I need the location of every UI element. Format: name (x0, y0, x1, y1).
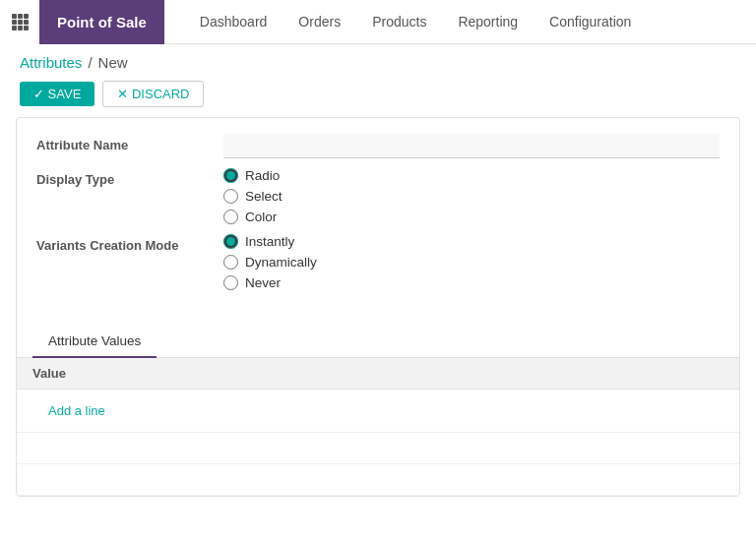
display-type-select-input[interactable] (223, 189, 238, 204)
display-type-color-input[interactable] (223, 210, 238, 224)
add-line-cell: Add a line (17, 390, 739, 433)
breadcrumb-separator: / (88, 54, 92, 71)
display-type-radio-group: Radio Select Color (223, 168, 720, 224)
action-bar: ✓ SAVE ✕ DISCARD (0, 77, 756, 117)
variants-instantly-radio[interactable]: Instantly (223, 234, 720, 249)
svg-rect-2 (24, 14, 29, 19)
app-logo[interactable]: Point of Sale (39, 0, 164, 44)
variants-dynamically-radio[interactable]: Dynamically (223, 255, 720, 270)
tab-bar: Attribute Values (17, 326, 739, 358)
attribute-values-table: Value Add a line (17, 358, 739, 496)
app-grid-icon[interactable] (0, 0, 39, 44)
empty-row-1 (17, 433, 739, 464)
breadcrumb-parent[interactable]: Attributes (20, 54, 82, 71)
variants-dynamically-input[interactable] (223, 255, 238, 270)
nav-orders[interactable]: Orders (283, 0, 356, 44)
display-type-label: Display Type (36, 168, 223, 187)
top-nav: Point of Sale Dashboard Orders Products … (0, 0, 756, 44)
svg-rect-0 (12, 14, 17, 19)
breadcrumb: Attributes / New (0, 44, 756, 77)
variants-dynamically-label: Dynamically (245, 255, 317, 270)
variants-mode-radio-group: Instantly Dynamically Never (223, 234, 720, 290)
attribute-name-label: Attribute Name (36, 134, 223, 152)
add-line-link[interactable]: Add a line (32, 397, 121, 424)
svg-rect-6 (12, 26, 17, 30)
tab-attribute-values[interactable]: Attribute Values (32, 326, 157, 358)
svg-rect-5 (24, 20, 29, 25)
variants-instantly-label: Instantly (245, 234, 294, 249)
display-type-field: Radio Select Color (223, 168, 720, 224)
breadcrumb-current: New (98, 54, 128, 71)
main-form: Attribute Name Display Type Radio Select (16, 117, 740, 497)
nav-dashboard[interactable]: Dashboard (184, 0, 284, 44)
svg-rect-3 (12, 20, 17, 25)
attribute-name-row: Attribute Name (36, 134, 720, 158)
svg-rect-8 (24, 26, 29, 30)
svg-rect-1 (18, 14, 23, 19)
svg-rect-7 (18, 26, 23, 30)
svg-rect-4 (18, 20, 23, 25)
add-line-row: Add a line (17, 390, 739, 433)
table-header-value: Value (17, 358, 739, 390)
attribute-name-input[interactable] (223, 134, 720, 158)
display-type-color-label: Color (245, 210, 277, 224)
table-header-row: Value (17, 358, 739, 390)
variants-mode-row: Variants Creation Mode Instantly Dynamic… (36, 234, 720, 290)
form-section: Attribute Name Display Type Radio Select (17, 118, 739, 316)
empty-row-2 (17, 464, 739, 496)
save-button[interactable]: ✓ SAVE (20, 82, 94, 106)
display-type-radio-input[interactable] (223, 168, 238, 183)
variants-instantly-input[interactable] (223, 234, 238, 249)
display-type-select-radio[interactable]: Select (223, 189, 720, 204)
nav-reporting[interactable]: Reporting (442, 0, 534, 44)
variants-never-radio[interactable]: Never (223, 275, 720, 290)
discard-button[interactable]: ✕ DISCARD (102, 81, 204, 107)
variants-never-label: Never (245, 275, 281, 290)
variants-mode-label: Variants Creation Mode (36, 234, 223, 253)
display-type-color-radio[interactable]: Color (223, 210, 720, 224)
display-type-select-label: Select (245, 189, 283, 204)
display-type-radio-label: Radio (245, 168, 280, 183)
nav-products[interactable]: Products (356, 0, 442, 44)
display-type-radio-radio[interactable]: Radio (223, 168, 720, 183)
nav-configuration[interactable]: Configuration (534, 0, 647, 44)
variants-never-input[interactable] (223, 275, 238, 290)
nav-links: Dashboard Orders Products Reporting Conf… (184, 0, 648, 44)
variants-mode-field: Instantly Dynamically Never (223, 234, 720, 290)
attribute-name-field (223, 134, 720, 158)
display-type-row: Display Type Radio Select Color (36, 168, 720, 224)
